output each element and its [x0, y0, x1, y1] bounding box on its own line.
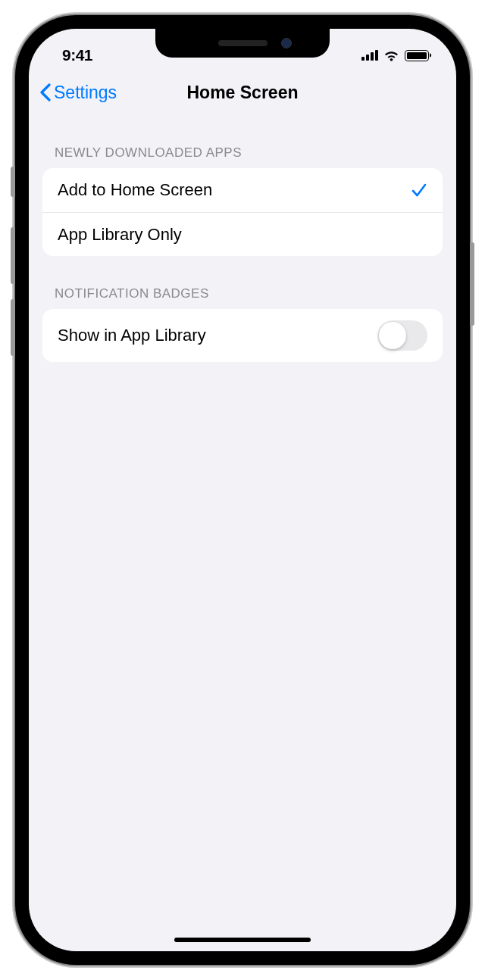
volume-up-button: [11, 227, 15, 284]
section-header-notification-badges: NOTIFICATION BADGES: [29, 256, 456, 309]
power-button: [470, 242, 474, 326]
nav-bar: Settings Home Screen: [29, 70, 456, 115]
content: NEWLY DOWNLOADED APPS Add to Home Screen…: [29, 115, 456, 362]
option-label: App Library Only: [58, 225, 182, 245]
back-label: Settings: [54, 83, 117, 103]
wifi-icon: [383, 50, 399, 61]
chevron-left-icon: [39, 83, 51, 101]
list-group-downloaded-apps: Add to Home Screen App Library Only: [42, 168, 443, 256]
status-icons: [361, 50, 429, 61]
volume-down-button: [11, 299, 15, 356]
mute-switch: [11, 167, 15, 197]
toggle-show-in-app-library[interactable]: [377, 320, 427, 351]
cellular-signal-icon: [361, 50, 378, 61]
page-title: Home Screen: [186, 83, 298, 103]
phone-device-frame: 9:41: [15, 15, 470, 965]
front-camera: [281, 38, 292, 48]
section-header-downloaded-apps: NEWLY DOWNLOADED APPS: [29, 115, 456, 168]
option-add-to-home-screen[interactable]: Add to Home Screen: [42, 168, 443, 212]
speaker-grille: [218, 40, 268, 46]
option-app-library-only[interactable]: App Library Only: [42, 212, 443, 256]
list-group-notification-badges: Show in App Library: [42, 309, 443, 362]
checkmark-icon: [411, 182, 427, 198]
option-label: Add to Home Screen: [58, 180, 212, 200]
battery-icon: [405, 50, 429, 61]
screen: 9:41: [29, 29, 456, 951]
row-label: Show in App Library: [58, 326, 206, 345]
toggle-knob: [379, 322, 406, 349]
back-button[interactable]: Settings: [39, 83, 117, 103]
notch: [155, 29, 330, 58]
row-show-in-app-library: Show in App Library: [42, 309, 443, 362]
status-time: 9:41: [62, 46, 92, 64]
home-indicator[interactable]: [174, 938, 311, 942]
